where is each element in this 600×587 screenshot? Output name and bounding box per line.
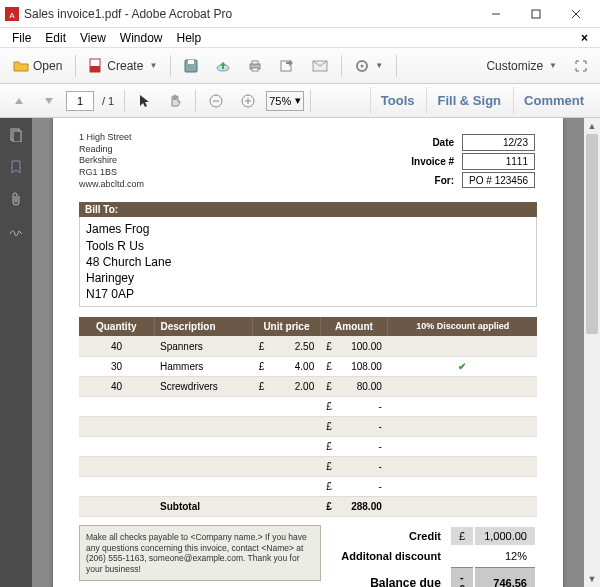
signatures-panel-button[interactable] — [7, 222, 25, 240]
table-row: £- — [79, 416, 537, 436]
company-address: 1 High Street Reading Berkshire RG1 1BS … — [79, 132, 144, 190]
create-button[interactable]: Create ▼ — [82, 53, 164, 79]
table-row: £- — [79, 476, 537, 496]
cloud-upload-icon — [216, 59, 230, 73]
col-disc: 10% Discount applied — [388, 317, 537, 336]
printer-icon — [248, 59, 262, 73]
fullscreen-button[interactable] — [568, 53, 594, 79]
email-button[interactable] — [305, 53, 335, 79]
table-row: 40Spanners£2.50£100.00 — [79, 336, 537, 356]
expand-icon — [575, 60, 587, 72]
zoom-out-button[interactable] — [202, 88, 230, 114]
chevron-down-icon: ▼ — [549, 61, 557, 70]
left-sidebar — [0, 118, 32, 587]
arrow-up-icon — [14, 96, 24, 106]
window-title: Sales invoice1.pdf - Adobe Acrobat Pro — [24, 7, 476, 21]
table-row: £- — [79, 436, 537, 456]
open-label: Open — [33, 59, 62, 73]
open-button[interactable]: Open — [6, 53, 69, 79]
svg-rect-12 — [252, 61, 258, 64]
share-icon — [280, 59, 294, 73]
attachments-panel-button[interactable] — [7, 190, 25, 208]
bookmarks-panel-button[interactable] — [7, 158, 25, 176]
content-area: 1 High Street Reading Berkshire RG1 1BS … — [0, 118, 600, 587]
menubar-close-icon[interactable]: × — [575, 31, 594, 45]
prev-page-button[interactable] — [6, 88, 32, 114]
create-pdf-icon — [89, 58, 103, 74]
fill-sign-pane-button[interactable]: Fill & Sign — [426, 87, 511, 114]
save-button[interactable] — [177, 53, 205, 79]
comment-pane-button[interactable]: Comment — [513, 87, 594, 114]
zoom-select[interactable]: 75%▾ — [266, 91, 304, 111]
col-amount: Amount — [320, 317, 388, 336]
table-row: 40Screwdrivers£2.00£80.00 — [79, 376, 537, 396]
billto-address: James Frog Tools R Us 48 Church Lane Har… — [79, 217, 537, 307]
menu-window[interactable]: Window — [114, 29, 169, 47]
svg-rect-3 — [532, 10, 540, 18]
line-items-table: Quantity Description Unit price Amount 1… — [79, 317, 537, 517]
minus-circle-icon — [209, 94, 223, 108]
tools-pane-button[interactable]: Tools — [370, 87, 425, 114]
folder-open-icon — [13, 59, 29, 73]
menu-bar: File Edit View Window Help × — [0, 28, 600, 48]
svg-rect-13 — [252, 68, 258, 71]
zoom-in-button[interactable] — [234, 88, 262, 114]
svg-point-17 — [361, 64, 364, 67]
hand-tool-button[interactable] — [161, 88, 189, 114]
toolbar-divider — [341, 55, 342, 77]
table-row: £- — [79, 396, 537, 416]
toolbar: Open Create ▼ ▼ Customize▼ — [0, 48, 600, 84]
customize-label: Customize — [486, 59, 543, 73]
totals-table: Credit£1,000.00 Additonal discount12% Ba… — [331, 525, 537, 587]
hand-icon — [168, 94, 182, 108]
scroll-thumb[interactable] — [586, 134, 598, 334]
menu-help[interactable]: Help — [171, 29, 208, 47]
print-button[interactable] — [241, 53, 269, 79]
scroll-up-icon[interactable]: ▲ — [584, 118, 600, 134]
signature-icon — [9, 225, 23, 237]
bookmark-icon — [10, 160, 22, 174]
col-unit: Unit price — [253, 317, 321, 336]
subtotal-value: 288.00 — [338, 496, 388, 516]
toolbar-divider — [195, 90, 196, 112]
svg-rect-9 — [188, 60, 194, 64]
toolbar-divider — [310, 90, 311, 112]
vertical-scrollbar[interactable]: ▲ ▼ — [584, 118, 600, 587]
gear-icon — [355, 59, 369, 73]
col-desc: Description — [154, 317, 253, 336]
cursor-icon — [138, 94, 150, 108]
toolbar-divider — [170, 55, 171, 77]
table-row: 30Hammers£4.00£108.00✔ — [79, 356, 537, 376]
settings-button[interactable]: ▼ — [348, 53, 390, 79]
page-count-label: / 1 — [98, 95, 118, 107]
scroll-down-icon[interactable]: ▼ — [584, 571, 600, 587]
customize-button[interactable]: Customize▼ — [479, 53, 564, 79]
maximize-button[interactable] — [516, 0, 556, 28]
menu-edit[interactable]: Edit — [39, 29, 72, 47]
share-button[interactable] — [273, 53, 301, 79]
select-tool-button[interactable] — [131, 88, 157, 114]
next-page-button[interactable] — [36, 88, 62, 114]
thumbnails-panel-button[interactable] — [7, 126, 25, 144]
document-viewport[interactable]: 1 High Street Reading Berkshire RG1 1BS … — [32, 118, 600, 587]
billto-header: Bill To: — [79, 202, 537, 217]
close-button[interactable] — [556, 0, 596, 28]
chevron-down-icon: ▼ — [149, 61, 157, 70]
page-number-input[interactable] — [66, 91, 94, 111]
toolbar-divider — [75, 55, 76, 77]
subtotal-label: Subtotal — [154, 496, 253, 516]
invoice-meta: Date12/23 Invoice #1111 For:PO # 123456 — [403, 132, 537, 190]
payment-note: Make all checks payable to <Company name… — [79, 525, 321, 582]
svg-rect-7 — [90, 66, 100, 72]
menu-view[interactable]: View — [74, 29, 112, 47]
navigation-bar: / 1 75%▾ Tools Fill & Sign Comment — [0, 84, 600, 118]
pdf-icon: A — [4, 6, 20, 22]
export-button[interactable] — [209, 53, 237, 79]
save-icon — [184, 59, 198, 73]
arrow-down-icon — [44, 96, 54, 106]
svg-rect-24 — [13, 131, 21, 142]
minimize-button[interactable] — [476, 0, 516, 28]
chevron-down-icon: ▼ — [375, 61, 383, 70]
paperclip-icon — [10, 192, 22, 206]
menu-file[interactable]: File — [6, 29, 37, 47]
